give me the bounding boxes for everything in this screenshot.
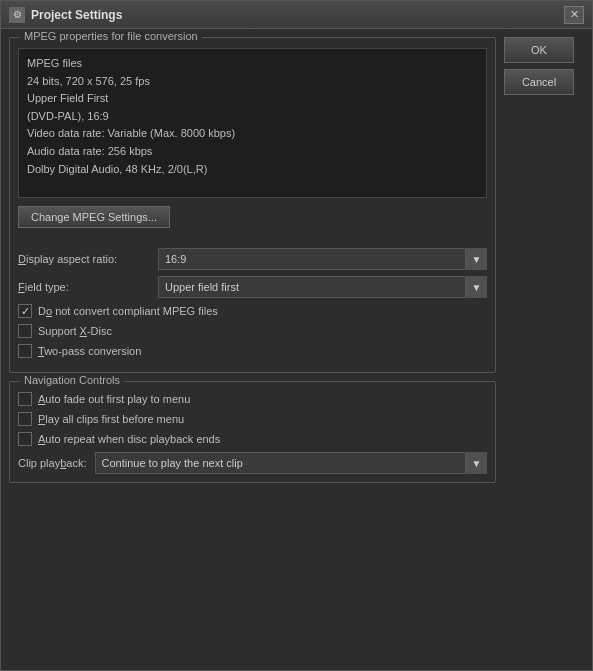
mpeg-info-line-3: Upper Field First (27, 90, 478, 108)
mpeg-group: MPEG properties for file conversion MPEG… (9, 37, 496, 373)
support-xdisc-checkbox[interactable] (18, 324, 32, 338)
field-type-select-wrapper: Upper field first Lower field first Prog… (158, 276, 487, 298)
auto-repeat-checkbox[interactable] (18, 432, 32, 446)
display-aspect-select[interactable]: 16:9 4:3 (158, 248, 487, 270)
cancel-button[interactable]: Cancel (504, 69, 574, 95)
clip-playback-label: Clip playback: (18, 457, 87, 469)
support-xdisc-row: Support X-Disc (18, 324, 487, 338)
window-title: Project Settings (31, 8, 564, 22)
navigation-group-label: Navigation Controls (20, 374, 124, 386)
field-type-label: Field type: (18, 281, 158, 293)
clip-playback-row: Clip playback: Continue to play the next… (18, 452, 487, 474)
do-not-convert-label: Do not convert compliant MPEG files (38, 305, 218, 317)
mpeg-info-line-5: Video data rate: Variable (Max. 8000 kbp… (27, 125, 478, 143)
two-pass-row: Two-pass conversion (18, 344, 487, 358)
close-button[interactable]: ✕ (564, 6, 584, 24)
display-aspect-label: Display aspect ratio: (18, 253, 158, 265)
clip-playback-select-wrapper: Continue to play the next clip Stop Retu… (95, 452, 488, 474)
mpeg-info-line-6: Audio data rate: 256 kbps (27, 143, 478, 161)
side-panel: OK Cancel (504, 37, 584, 662)
window-icon: ⚙ (9, 7, 25, 23)
bottom-spacer (9, 491, 496, 662)
play-all-clips-row: Play all clips first before menu (18, 412, 487, 426)
content-area: MPEG properties for file conversion MPEG… (1, 29, 592, 670)
auto-fade-row: Auto fade out first play to menu (18, 392, 487, 406)
auto-fade-checkbox[interactable] (18, 392, 32, 406)
field-type-row: Field type: Upper field first Lower fiel… (18, 276, 487, 298)
clip-playback-select[interactable]: Continue to play the next clip Stop Retu… (95, 452, 488, 474)
mpeg-group-label: MPEG properties for file conversion (20, 30, 202, 42)
support-xdisc-label: Support X-Disc (38, 325, 112, 337)
display-aspect-select-wrapper: 16:9 4:3 ▼ (158, 248, 487, 270)
display-aspect-row: Display aspect ratio: 16:9 4:3 ▼ (18, 248, 487, 270)
main-panel: MPEG properties for file conversion MPEG… (9, 37, 496, 662)
mpeg-info-box: MPEG files 24 bits, 720 x 576, 25 fps Up… (18, 48, 487, 198)
auto-repeat-row: Auto repeat when disc playback ends (18, 432, 487, 446)
two-pass-label: Two-pass conversion (38, 345, 141, 357)
do-not-convert-checkbox[interactable] (18, 304, 32, 318)
field-type-select[interactable]: Upper field first Lower field first Prog… (158, 276, 487, 298)
titlebar: ⚙ Project Settings ✕ (1, 1, 592, 29)
project-settings-window: ⚙ Project Settings ✕ MPEG properties for… (0, 0, 593, 671)
do-not-convert-row: Do not convert compliant MPEG files (18, 304, 487, 318)
auto-fade-label: Auto fade out first play to menu (38, 393, 190, 405)
mpeg-info-line-1: MPEG files (27, 55, 478, 73)
ok-button[interactable]: OK (504, 37, 574, 63)
play-all-clips-label: Play all clips first before menu (38, 413, 184, 425)
mpeg-info-line-4: (DVD-PAL), 16:9 (27, 108, 478, 126)
auto-repeat-label: Auto repeat when disc playback ends (38, 433, 220, 445)
mpeg-info-line-7: Dolby Digital Audio, 48 KHz, 2/0(L,R) (27, 161, 478, 179)
navigation-group: Navigation Controls Auto fade out first … (9, 381, 496, 483)
two-pass-checkbox[interactable] (18, 344, 32, 358)
play-all-clips-checkbox[interactable] (18, 412, 32, 426)
change-mpeg-button[interactable]: Change MPEG Settings... (18, 206, 170, 228)
mpeg-info-line-2: 24 bits, 720 x 576, 25 fps (27, 73, 478, 91)
